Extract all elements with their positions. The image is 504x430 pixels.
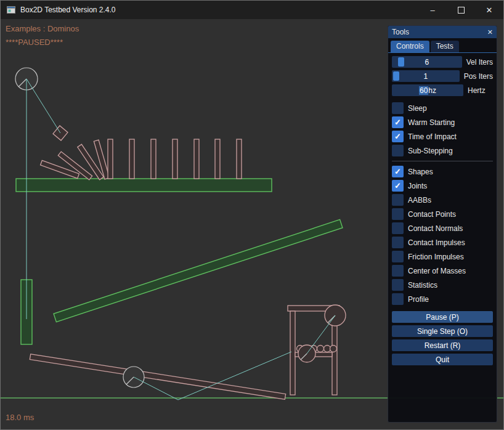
slider-grab[interactable] [398, 57, 404, 67]
small-ball [324, 346, 331, 352]
checkbox-box: ✓ [392, 131, 404, 142]
close-button[interactable]: ✕ [475, 1, 503, 19]
check-icon: ✓ [394, 118, 401, 126]
checkbox-contact-impulses[interactable]: ✓ Contact Impulses [392, 237, 493, 248]
simulation-canvas[interactable]: Examples : Dominos ****PAUSED**** 18.0 m… [1, 19, 504, 430]
checkbox-center-of-masses[interactable]: ✓ Center of Masses [392, 265, 493, 277]
small-ball [330, 346, 337, 352]
titlebar: Box2D Testbed Version 2.4.0 – ✕ [1, 1, 503, 19]
domino [151, 139, 156, 179]
checkbox-box: ✓ [392, 222, 404, 234]
single-step-button[interactable]: Single Step (O) [392, 325, 493, 337]
tools-tabbar: Controls Tests [388, 38, 497, 53]
frame-time-label: 18.0 ms [6, 413, 34, 422]
domino [129, 139, 134, 179]
checkbox-time-of-impact[interactable]: ✓ Time of Impact [392, 131, 493, 142]
checkbox-joints[interactable]: ✓ Joints [392, 180, 493, 192]
tools-panel-body: 6 Vel Iters 1 Pos Iters 60 hz Hertz [388, 53, 497, 365]
pos-iters-slider[interactable]: 1 [392, 70, 460, 82]
check-icon: ✓ [394, 168, 401, 176]
hertz-input[interactable]: 60 hz [392, 84, 463, 96]
separator [392, 161, 493, 161]
checkbox-box: ✓ [392, 293, 404, 305]
tab-controls[interactable]: Controls [391, 41, 429, 52]
checkbox-aabbs[interactable]: ✓ AABBs [392, 194, 493, 206]
hertz-selected-text: 60 [419, 86, 428, 95]
maximize-icon [458, 7, 465, 14]
quit-button[interactable]: Quit [392, 354, 493, 365]
checkbox-profile[interactable]: ✓ Profile [392, 293, 493, 305]
pause-button[interactable]: Pause (P) [392, 311, 493, 323]
checkbox-box: ✓ [392, 237, 404, 248]
tools-panel-title: Tools [392, 28, 409, 36]
tools-panel-titlebar[interactable]: Tools ✕ [388, 26, 497, 38]
slider-value: 1 [423, 72, 428, 81]
minimize-button[interactable]: – [418, 1, 447, 19]
domino [215, 139, 220, 179]
checkbox-warm-starting[interactable]: ✓ Warm Starting [392, 116, 493, 128]
checkbox-box: ✓ [392, 194, 404, 206]
domino [194, 139, 199, 179]
slider-grab[interactable] [393, 71, 399, 81]
maximize-button[interactable] [447, 1, 475, 19]
hertz-label: Hertz [468, 86, 486, 95]
app-icon [6, 5, 16, 15]
checkbox-box: ✓ [392, 208, 404, 220]
seesaw-plank [30, 354, 285, 400]
checkbox-sub-stepping[interactable]: ✓ Sub-Stepping [392, 145, 493, 156]
checkbox-statistics[interactable]: ✓ Statistics [392, 279, 493, 291]
tools-close-icon[interactable]: ✕ [487, 28, 493, 36]
tools-panel: Tools ✕ Controls Tests 6 Vel Iters [388, 25, 497, 423]
domino [173, 139, 177, 179]
check-icon: ✓ [394, 182, 401, 190]
shelf-platform [16, 179, 272, 192]
tab-tests[interactable]: Tests [431, 41, 459, 52]
checkbox-box: ✓ [392, 116, 404, 128]
checkbox-friction-impulses[interactable]: ✓ Friction Impulses [392, 251, 493, 262]
cart-left-post [290, 311, 295, 395]
domino [108, 139, 113, 179]
checkbox-box: ✓ [392, 251, 404, 262]
checkbox-sleep[interactable]: ✓ Sleep [392, 102, 493, 114]
check-icon: ✓ [394, 132, 401, 140]
paused-label: ****PAUSED**** [6, 38, 63, 47]
pos-iters-label: Pos Iters [464, 72, 493, 81]
checkbox-box: ✓ [392, 166, 404, 177]
checkbox-contact-normals[interactable]: ✓ Contact Normals [392, 222, 493, 234]
domino [237, 139, 242, 179]
vel-iters-slider[interactable]: 6 [392, 56, 462, 68]
checkbox-contact-points[interactable]: ✓ Contact Points [392, 208, 493, 220]
slider-value: 6 [425, 58, 429, 67]
checkbox-box: ✓ [392, 279, 404, 291]
joint-line [26, 79, 60, 133]
hertz-suffix: hz [428, 86, 436, 95]
checkbox-box: ✓ [392, 145, 404, 156]
app-window: Box2D Testbed Version 2.4.0 – ✕ [0, 0, 504, 430]
checkbox-shapes[interactable]: ✓ Shapes [392, 166, 493, 177]
example-label: Examples : Dominos [6, 24, 79, 33]
checkbox-box: ✓ [392, 180, 404, 192]
restart-button[interactable]: Restart (R) [392, 339, 493, 351]
small-ball [317, 346, 324, 352]
vel-iters-label: Vel Iters [466, 58, 493, 67]
checkbox-box: ✓ [392, 265, 404, 277]
checkbox-box: ✓ [392, 102, 404, 114]
window-title: Box2D Testbed Version 2.4.0 [20, 6, 116, 14]
